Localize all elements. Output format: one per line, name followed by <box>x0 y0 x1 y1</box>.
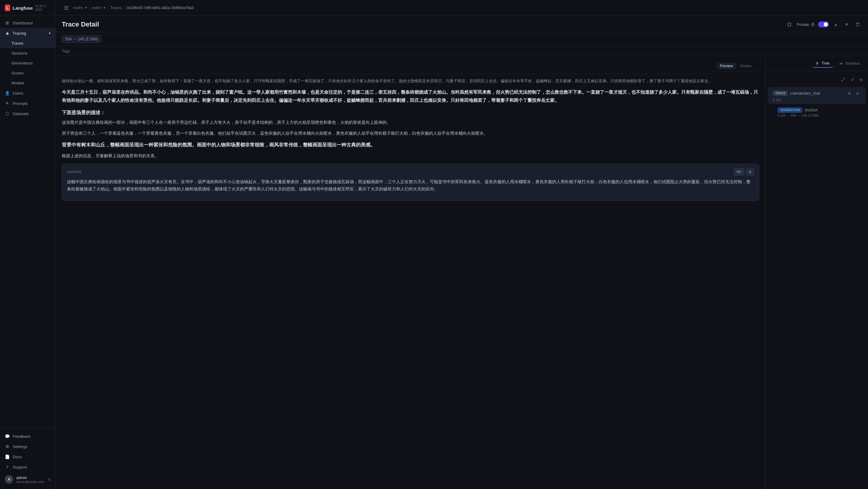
star-button[interactable] <box>785 20 794 29</box>
text-block-4: 背景中有树木和山丘，整幅画面呈现出一种紧张和危险的氛围。画面中的人物和场景都非常… <box>62 141 759 149</box>
tracing-label: Tracing <box>13 31 26 36</box>
assistant-header: assistant MD ⧉ <box>67 168 754 175</box>
main-content: redlm ▾ / redlm ▾ / Traces / 0a196e03-7d… <box>56 0 868 489</box>
sidebar-item-support[interactable]: ? Support <box>0 462 56 472</box>
tab-preview[interactable]: Preview <box>717 63 736 69</box>
settings-label: Settings <box>13 445 27 449</box>
message-content: 烧得如火焰山一般。彼时虽有军民来救，那火已成了势，如何救得下！直烧了一夜方息，也… <box>62 78 759 160</box>
prompts-label: Prompts <box>13 101 28 106</box>
breadcrumb-dropdown-icon: ▾ <box>85 5 87 10</box>
svg-rect-3 <box>812 24 814 26</box>
sidebar-item-traces[interactable]: Traces <box>0 38 56 48</box>
split-layout: Preview Scores 烧得如火焰山一般。彼时虽有军民来救，那火已成了势，… <box>56 56 868 489</box>
text-block-3: 房子旁边有三个人，一个穿着蓝色衣服，一个穿着黄色衣服，另一个穿着白色衣服。他们似… <box>62 130 759 137</box>
delete-button[interactable] <box>854 20 862 29</box>
generation-name: NVIDIA <box>805 108 818 112</box>
svg-rect-2 <box>64 9 68 10</box>
sidebar-item-prompts[interactable]: ✎ Prompts <box>0 98 56 108</box>
svg-rect-1 <box>64 7 68 8</box>
users-label: Users <box>13 91 23 96</box>
nav-up-button[interactable]: ▲ <box>832 20 840 29</box>
user-section[interactable]: A admin admin@email.com ⇅ <box>0 472 56 487</box>
generation-time: 6.12s <box>778 113 786 117</box>
sidebar-item-feedback[interactable]: 💬 Feedback <box>0 431 56 442</box>
tab-timeline[interactable]: Timeline <box>835 59 863 67</box>
nav-down-button[interactable]: ▼ <box>843 20 850 29</box>
breadcrumb-sep-2: / <box>107 5 108 10</box>
copy-button[interactable]: ⧉ <box>746 168 754 175</box>
sidebar-nav: ⊞ Dashboard ◈ Tracing ▾ Traces Sessions … <box>0 16 56 121</box>
trace-node-actions: ⊕ ⊖ <box>846 90 861 97</box>
tracing-icon: ◈ <box>5 31 10 36</box>
tab-tree[interactable]: Tree <box>812 59 833 68</box>
breadcrumb: redlm ▾ / redlm ▾ / Traces / 0a196e03-7d… <box>73 5 193 10</box>
left-panel: Preview Scores 烧得如火焰山一般。彼时虽有军民来救，那火已成了势，… <box>56 56 766 489</box>
trace-time: 6.12s <box>773 98 861 101</box>
generation-stats: 6.12s · 554 → 145 (Σ 699) <box>778 113 861 117</box>
svg-rect-0 <box>64 6 68 7</box>
trace-badge: TRACE <box>773 91 788 96</box>
markdown-button[interactable]: MD <box>734 168 744 175</box>
support-label: Support <box>13 465 27 469</box>
sidebar-item-users[interactable]: 👤 Users <box>0 88 56 98</box>
trace-tree: % TRACE LlamaIndex_chat ⊕ ⊖ 6.12 <box>766 71 868 489</box>
generation-node-label: GENERATION NVIDIA <box>778 107 818 113</box>
assistant-block: assistant MD ⧉ 这幅中国古典绘画描绘的场景与书中描述的葫芦庙火灾有… <box>62 164 759 201</box>
private-toggle[interactable] <box>818 22 829 27</box>
generation-badge: GENERATION <box>778 107 802 113</box>
tab-scores[interactable]: Scores <box>737 63 754 69</box>
breadcrumb-trace-id: 0a196e03-7df9-4e91-a92a-19d5fdce78a3 <box>127 6 193 10</box>
info-icon[interactable]: ⊖ <box>855 90 861 97</box>
sidebar-item-dashboard[interactable]: ⊞ Dashboard <box>0 18 56 28</box>
sidebar-item-settings[interactable]: ⚙ Settings <box>0 442 56 452</box>
text-block-5: 根据上述的信息，尽量解释上说的场景和书的关系。 <box>62 153 759 160</box>
trace-name: LlamaIndex_chat <box>790 91 820 96</box>
breadcrumb-traces[interactable]: Traces <box>110 5 122 10</box>
sidebar-item-sessions[interactable]: Sessions <box>0 48 56 58</box>
sidebar: L Langfuse v2.87.0 OSS ⊞ Dashboard ◈ Tra… <box>0 0 56 489</box>
generation-node[interactable]: GENERATION NVIDIA 6.12s · 554 → 145 (Σ 6… <box>768 105 866 120</box>
tree-tab-label: Tree <box>822 61 830 65</box>
settings-icon: ⚙ <box>5 444 10 449</box>
sidebar-item-docs[interactable]: 📄 Docs <box>0 452 56 462</box>
timeline-tab-label: Timeline <box>845 61 860 66</box>
sidebar-item-models[interactable]: Models <box>0 78 56 88</box>
scores-label: Scores <box>11 71 24 75</box>
prompts-icon: ✎ <box>5 101 10 106</box>
section-heading: 下面是场景的描述： <box>62 108 759 117</box>
trace-meta: 554 → 145 (Σ 699) <box>56 32 868 46</box>
collapse-icon[interactable] <box>849 76 856 84</box>
dashboard-icon: ⊞ <box>5 21 10 25</box>
breadcrumb-sep-1: / <box>89 5 90 10</box>
sidebar-item-datasets[interactable]: ⬡ Datasets <box>0 108 56 119</box>
assistant-text: 这幅中国古典绘画描绘的场景与书中描述的葫芦庙火灾有关。在书中，葫芦庙的和尚不小心… <box>67 178 754 193</box>
sidebar-toggle-button[interactable] <box>62 3 71 12</box>
right-panel: Tree Timeline <box>766 56 868 489</box>
support-icon: ? <box>5 465 10 469</box>
sidebar-item-generations[interactable]: Generations <box>0 58 56 68</box>
breadcrumb-redlm2[interactable]: redlm ▾ <box>92 5 105 10</box>
text-block-2: 这张图片是中国古典绘画的一部分，画面中有三个人在一座房子旁边忙碌。房子上方有大火… <box>62 119 759 126</box>
generation-token-stats: 554 → 145 (Σ 699) <box>791 113 818 117</box>
trace-node-main[interactable]: TRACE LlamaIndex_chat ⊕ ⊖ 6.12s <box>768 87 866 104</box>
add-icon[interactable]: ⊕ <box>846 90 852 97</box>
logo-area: L Langfuse v2.87.0 OSS <box>0 0 56 16</box>
sidebar-item-tracing[interactable]: ◈ Tracing ▾ <box>0 28 56 38</box>
tree-actions: % <box>766 74 868 86</box>
tags-label: Tags <box>62 49 70 53</box>
trace-node-header: TRACE LlamaIndex_chat ⊕ ⊖ <box>773 90 861 97</box>
sidebar-item-scores[interactable]: Scores <box>0 68 56 78</box>
app-version: v2.87.0 OSS <box>35 4 51 11</box>
more-icon[interactable]: % <box>858 76 864 84</box>
expand-icon[interactable] <box>840 76 847 84</box>
private-label: Private <box>797 22 809 27</box>
generations-label: Generations <box>11 61 33 65</box>
page-header: Trace Detail Private ▲ ▼ <box>56 16 868 32</box>
private-badge: Private <box>797 22 815 27</box>
docs-label: Docs <box>13 455 22 459</box>
generation-node-header: GENERATION NVIDIA <box>778 107 861 113</box>
token-info-badge: 554 → 145 (Σ 699) <box>62 35 101 43</box>
user-chevron-icon: ⇅ <box>48 478 51 482</box>
preview-tabs: Preview Scores <box>712 61 759 71</box>
breadcrumb-redlm1[interactable]: redlm ▾ <box>73 5 87 10</box>
